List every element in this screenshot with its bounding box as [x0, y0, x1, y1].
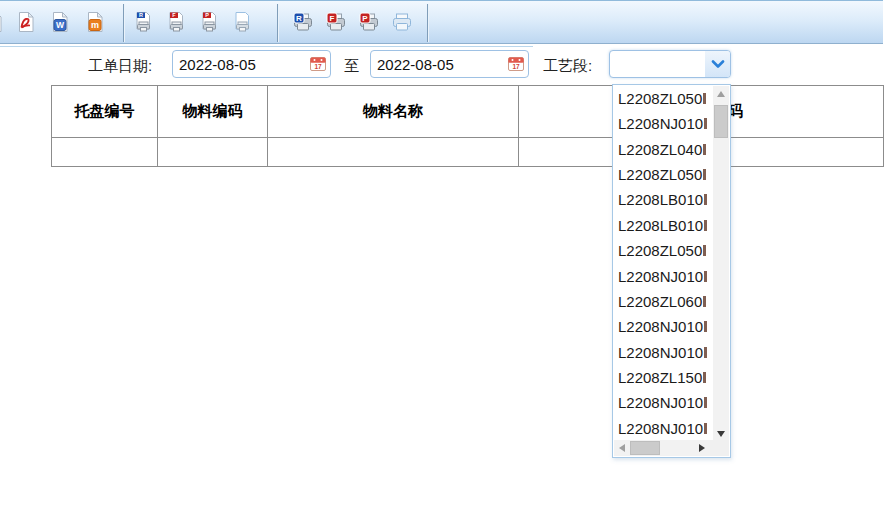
svg-text:17: 17	[314, 63, 322, 70]
partial-doc-icon	[0, 11, 5, 33]
horizontal-scroll-thumb[interactable]	[630, 441, 660, 455]
svg-text:17: 17	[512, 63, 520, 70]
combobox-value	[616, 55, 704, 75]
date-from-field: 17	[172, 50, 331, 78]
dropdown-item[interactable]: L2208ZL050	[613, 162, 713, 187]
arrow-down-icon	[717, 431, 725, 437]
dropdown-item[interactable]: L2208NJ010	[613, 416, 713, 441]
table-row	[52, 138, 883, 166]
process-section-combobox[interactable]	[609, 50, 731, 78]
svg-text:F: F	[330, 14, 335, 23]
print-f-button[interactable]: F	[324, 10, 348, 34]
process-section-label: 工艺段:	[543, 56, 592, 76]
calendar-icon[interactable]: 17	[508, 56, 524, 72]
export-mht-button[interactable]: m	[83, 10, 107, 34]
pallet-table: 托盘编号 物料编码 物料名称 码	[51, 85, 884, 167]
toolbar: W m R	[0, 0, 883, 44]
printer-r-icon: R	[292, 11, 314, 33]
col-header-material-code: 物料编码	[158, 86, 268, 137]
arrow-right-icon	[699, 444, 705, 452]
toolbar-separator	[123, 4, 124, 42]
vertical-scrollbar[interactable]	[713, 86, 729, 442]
export-pdf-button[interactable]	[14, 10, 38, 34]
workorder-date-label: 工单日期:	[88, 56, 152, 76]
col-header-material-name: 物料名称	[268, 86, 519, 137]
print-r-button[interactable]: R	[291, 10, 315, 34]
dropdown-item[interactable]: L2208NJ010	[613, 314, 713, 339]
vertical-scroll-thumb[interactable]	[714, 105, 728, 138]
chevron-down-icon	[711, 60, 725, 69]
scroll-right-button[interactable]	[694, 440, 710, 456]
preview-r-icon: R	[132, 11, 154, 33]
dropdown-item[interactable]: L2208LB010	[613, 213, 713, 238]
horizontal-scrollbar[interactable]	[614, 440, 710, 456]
preview-r-button[interactable]: R	[131, 10, 155, 34]
export-word-button[interactable]: W	[48, 10, 72, 34]
svg-text:R: R	[296, 14, 302, 23]
combobox-dropdown-button[interactable]	[705, 51, 730, 77]
process-dropdown-list: L2208ZL050 L2208NJ010 L2208ZL040 L2208ZL…	[612, 84, 731, 458]
printer-f-icon: F	[325, 11, 347, 33]
preview-p-icon: P	[198, 11, 220, 33]
toolbar-separator	[277, 4, 278, 42]
toolbar-underline	[0, 46, 533, 47]
date-from-input[interactable]	[179, 51, 299, 77]
report-window: W m R	[0, 0, 888, 530]
printer-icon	[391, 11, 413, 33]
calendar-icon[interactable]: 17	[310, 56, 326, 72]
scroll-up-button[interactable]	[713, 86, 729, 102]
to-label: 至	[344, 56, 359, 76]
svg-text:P: P	[362, 14, 368, 23]
svg-text:W: W	[56, 20, 65, 30]
dropdown-item[interactable]: L2208ZL050	[613, 238, 713, 263]
scrollbar-corner	[710, 440, 729, 456]
dropdown-item[interactable]: L2208NJ010	[613, 340, 713, 365]
printer-p-icon: P	[358, 11, 380, 33]
mht-icon: m	[84, 11, 106, 33]
date-to-field: 17	[370, 50, 529, 78]
col-header-pallet-no: 托盘编号	[52, 86, 158, 137]
preview-f-button[interactable]: F	[164, 10, 188, 34]
preview-plain-icon	[231, 11, 253, 33]
print-plain-button[interactable]	[390, 10, 414, 34]
toolbar-separator	[427, 4, 428, 42]
dropdown-item[interactable]: L2208ZL050	[613, 86, 713, 111]
word-icon: W	[49, 11, 71, 33]
partial-export-button[interactable]	[0, 10, 6, 34]
arrow-left-icon	[619, 444, 625, 452]
date-to-input[interactable]	[377, 51, 497, 77]
preview-plain-button[interactable]	[230, 10, 254, 34]
dropdown-item[interactable]: L2208NJ010	[613, 264, 713, 289]
preview-f-icon: F	[165, 11, 187, 33]
svg-text:m: m	[91, 20, 99, 30]
table-header-row: 托盘编号 物料编码 物料名称 码	[52, 86, 883, 138]
scroll-left-button[interactable]	[614, 440, 630, 456]
dropdown-item[interactable]: L2208ZL150	[613, 365, 713, 390]
dropdown-item[interactable]: L2208NJ010	[613, 111, 713, 136]
arrow-up-icon	[717, 91, 725, 97]
pdf-icon	[15, 11, 37, 33]
dropdown-items: L2208ZL050 L2208NJ010 L2208ZL040 L2208ZL…	[613, 86, 713, 442]
svg-text:R: R	[139, 12, 143, 18]
dropdown-item[interactable]: L2208ZL060	[613, 289, 713, 314]
preview-p-button[interactable]: P	[197, 10, 221, 34]
svg-text:P: P	[205, 12, 209, 18]
dropdown-item[interactable]: L2208NJ010	[613, 390, 713, 415]
dropdown-item[interactable]: L2208ZL040	[613, 137, 713, 162]
print-p-button[interactable]: P	[357, 10, 381, 34]
dropdown-item[interactable]: L2208LB010	[613, 187, 713, 212]
